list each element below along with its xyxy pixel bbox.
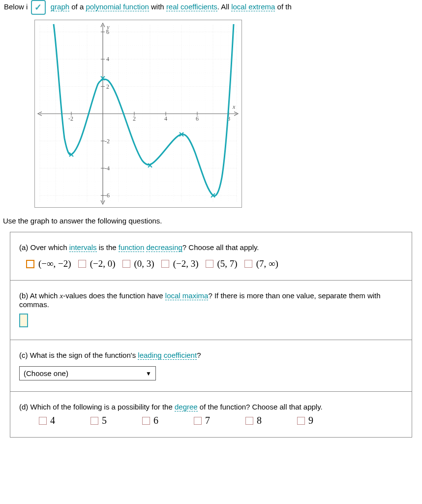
checkbox-d-2[interactable] (142, 417, 150, 425)
question-box: (a) Over which intervals is the function… (10, 232, 412, 438)
y-axis-label: y (106, 24, 110, 31)
header-prefix: Below i (4, 2, 28, 11)
part-c-prompt: (c) What is the sign of the function's l… (19, 351, 403, 359)
checkbox-d-4[interactable] (245, 417, 253, 425)
y-tick: -2 (105, 138, 110, 145)
part-d-prompt: (d) Which of the following is a possibil… (19, 403, 403, 411)
opt-a-2: (0, 3) (134, 258, 154, 269)
opt-d-2: 6 (153, 415, 158, 426)
part-d-options: 4 5 6 7 8 9 (19, 415, 403, 426)
opt-a-1: (−2, 0) (90, 258, 116, 269)
part-c-dropdown[interactable]: (Choose one) ▼ (19, 366, 156, 380)
part-b-prompt: (b) At which x-values does the function … (19, 291, 403, 309)
dropdown-placeholder: (Choose one) (24, 369, 68, 378)
y-tick: -6 (105, 192, 110, 199)
checkbox-a-4[interactable] (206, 260, 213, 268)
part-b-input[interactable] (19, 314, 28, 327)
term-polynomial-function[interactable]: polynomial function (86, 2, 149, 11)
curve (54, 24, 234, 196)
x-axis-label: x (232, 103, 236, 110)
y-tick: 4 (106, 56, 109, 63)
opt-a-3: (−2, 3) (173, 258, 199, 269)
opt-d-4: 8 (257, 415, 262, 426)
checkbox-d-3[interactable] (194, 417, 202, 425)
part-a: (a) Over which intervals is the function… (10, 232, 412, 281)
part-c: (c) What is the sign of the function's l… (10, 340, 412, 392)
term-local-maxima[interactable]: local maxima (165, 291, 209, 300)
part-d: (d) Which of the following is a possibil… (10, 392, 412, 437)
checkbox-d-5[interactable] (297, 417, 305, 425)
x-tick: 4 (164, 115, 167, 122)
check-icon: ✓ (31, 0, 46, 15)
x-tick: -2 (68, 115, 73, 122)
chevron-down-icon: ▼ (146, 370, 151, 377)
term-graph[interactable]: graph (51, 2, 69, 11)
opt-d-5: 9 (308, 415, 313, 426)
checkbox-a-3[interactable] (161, 260, 169, 268)
part-b: (b) At which x-values does the function … (10, 281, 412, 340)
term-real-coefficients[interactable]: real coefficients (166, 2, 217, 11)
term-decreasing[interactable]: decreasing (146, 243, 182, 252)
term-local-extrema[interactable]: local extrema (231, 2, 275, 11)
part-a-prompt: (a) Over which intervals is the function… (19, 243, 403, 252)
opt-a-5: (7, ∞) (256, 258, 278, 269)
instruction-text: Use the graph to answer the following qu… (0, 213, 422, 232)
opt-a-4: (5, 7) (217, 258, 238, 269)
graph-panel: -2 2 4 6 8 6 4 2 -2 -4 -6 x y (34, 20, 242, 208)
y-tick: 2 (106, 83, 109, 90)
checkbox-a-5[interactable] (244, 260, 252, 268)
term-degree[interactable]: degree (175, 403, 198, 411)
y-tick: -4 (105, 165, 110, 172)
part-a-options: (−∞, −2) (−2, 0) (0, 3) (−2, 3) (5, 7) (… (19, 258, 403, 269)
x-tick: 6 (196, 115, 199, 122)
checkbox-a-0[interactable] (26, 260, 34, 268)
checkbox-a-2[interactable] (122, 260, 130, 268)
term-leading-coefficient[interactable]: leading coefficient (138, 351, 197, 360)
term-function[interactable]: function (119, 243, 145, 252)
opt-d-3: 7 (205, 415, 210, 426)
term-intervals[interactable]: intervals (69, 243, 97, 252)
opt-a-0: (−∞, −2) (38, 258, 71, 269)
opt-d-0: 4 (50, 415, 55, 426)
page-header: Below i ✓ graph of a polynomial function… (0, 0, 422, 19)
checkbox-d-1[interactable] (90, 417, 98, 425)
checkbox-a-1[interactable] (78, 260, 86, 268)
opt-d-1: 5 (102, 415, 107, 426)
checkbox-d-0[interactable] (39, 417, 47, 425)
x-tick: 2 (133, 115, 136, 122)
chart: -2 2 4 6 8 6 4 2 -2 -4 -6 x y (35, 20, 241, 207)
